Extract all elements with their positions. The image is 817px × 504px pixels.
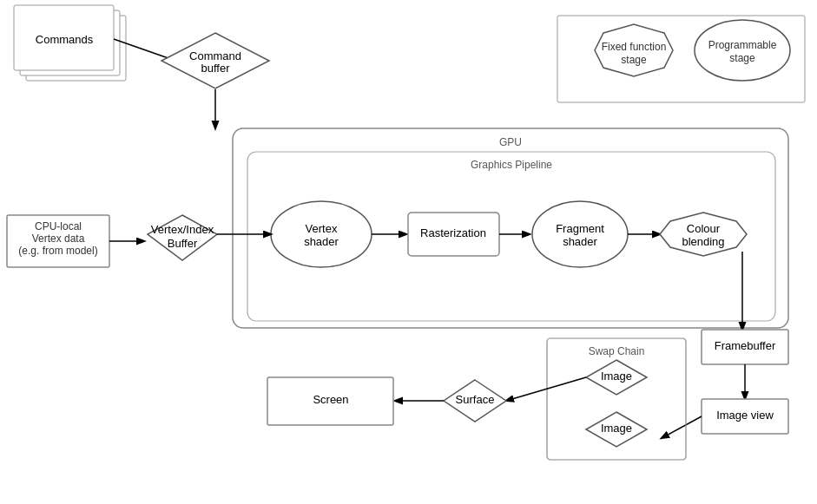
svg-text:Vertex: Vertex — [306, 222, 338, 235]
svg-text:Framebuffer: Framebuffer — [715, 339, 776, 352]
svg-text:Surface: Surface — [456, 393, 495, 406]
svg-text:shader: shader — [563, 235, 597, 248]
svg-text:Vertex/Index: Vertex/Index — [151, 223, 214, 236]
svg-text:stage: stage — [729, 52, 755, 64]
commands-label: Commands — [36, 33, 94, 46]
svg-text:Vertex data: Vertex data — [32, 232, 85, 245]
svg-text:buffer: buffer — [201, 62, 230, 75]
svg-text:(e.g. from model): (e.g. from model) — [18, 245, 97, 257]
svg-text:Command: Command — [189, 49, 241, 62]
svg-text:Programmable: Programmable — [708, 39, 777, 51]
svg-text:Image: Image — [601, 370, 632, 383]
svg-text:Screen: Screen — [313, 393, 348, 406]
svg-line-37 — [662, 416, 702, 438]
svg-line-44 — [506, 377, 586, 401]
svg-text:shader: shader — [304, 235, 339, 248]
svg-text:Buffer: Buffer — [168, 237, 198, 250]
svg-text:stage: stage — [621, 54, 647, 66]
svg-text:Image view: Image view — [716, 409, 774, 422]
svg-text:Colour: Colour — [687, 222, 721, 235]
svg-text:Fragment: Fragment — [556, 222, 604, 235]
graphics-pipeline-label: Graphics Pipeline — [471, 159, 552, 171]
svg-text:Image: Image — [601, 422, 632, 435]
svg-text:blending: blending — [682, 235, 724, 248]
svg-text:Swap Chain: Swap Chain — [589, 345, 645, 357]
svg-text:CPU-local: CPU-local — [35, 220, 82, 232]
svg-text:Rasterization: Rasterization — [420, 226, 486, 239]
svg-text:Fixed function: Fixed function — [602, 41, 667, 53]
gpu-label: GPU — [499, 136, 522, 148]
